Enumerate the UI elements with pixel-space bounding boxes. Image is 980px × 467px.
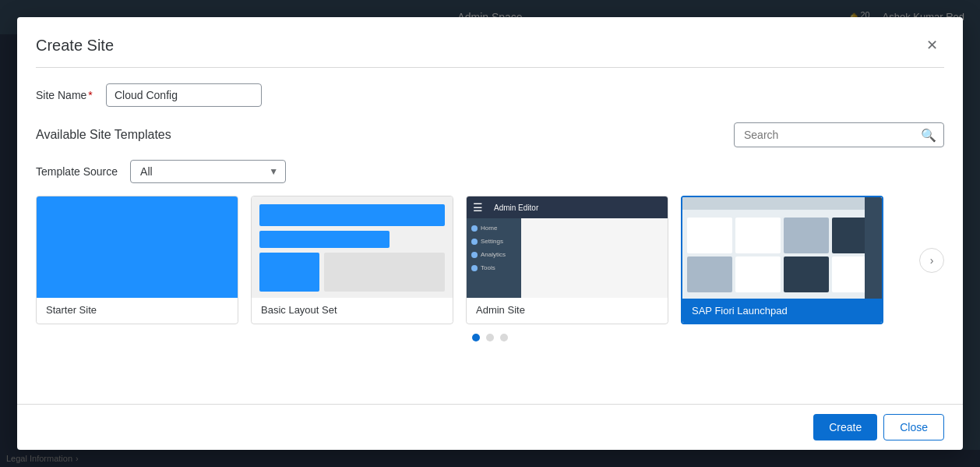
site-name-input[interactable] [106,83,262,107]
basic-col-right [324,253,445,292]
modal-header: Create Site ✕ [17,17,963,58]
basic-card-label: Basic Layout Set [252,298,453,322]
template-card-starter[interactable]: Starter Site [36,196,238,324]
modal-body: Site Name* Available Site Templates 🔍 Te… [17,68,963,404]
basic-row [259,253,445,292]
admin-sidebar: Home Settings Analytics [467,218,521,298]
carousel-dot-2[interactable] [486,334,494,341]
template-card-fiori[interactable]: SAP Fiori Launchpad [681,196,883,324]
close-button[interactable]: Close [883,414,944,440]
chevron-right-icon: › [930,254,934,267]
carousel-dot-1[interactable] [472,334,480,341]
analytics-dot [471,252,478,258]
required-indicator: * [88,89,92,101]
filter-row: Template Source All Standard Custom ▼ [36,160,944,183]
close-icon: ✕ [926,37,938,54]
tools-dot [471,265,478,271]
admin-preview-graphic: ☰ Admin Editor Home [467,196,668,298]
basic-preview-graphic [252,196,453,298]
starter-card-label: Starter Site [37,298,238,322]
carousel-dots [36,334,944,341]
template-card-basic[interactable]: Basic Layout Set [251,196,453,324]
admin-header-bar: ☰ Admin Editor [467,196,668,218]
home-dot [471,225,478,232]
fiori-tile-7 [784,256,829,292]
admin-sidebar-item-settings: Settings [467,235,521,248]
admin-sidebar-item-home: Home [467,221,521,235]
site-name-row: Site Name* [36,83,944,107]
template-source-select-wrapper: All Standard Custom ▼ [130,160,286,183]
admin-sidebar-item-tools: Tools [467,261,521,274]
admin-card-label: Admin Site [467,298,668,322]
section-title: Available Site Templates [36,128,171,142]
fiori-tile-1 [687,218,732,253]
basic-bar1 [259,204,445,226]
fiori-tile-2 [735,218,781,253]
starter-preview [37,196,238,298]
basic-bar2 [259,231,390,248]
fiori-tile-5 [687,256,732,292]
fiori-tile-grid [682,214,882,295]
modal-footer: Create Close [17,404,963,450]
templates-area: Starter Site [36,196,944,324]
basic-preview [252,196,453,298]
carousel-dot-3[interactable] [500,334,508,341]
modal-title: Create Site [36,37,114,55]
settings-dot [471,239,478,245]
starter-preview-graphic [37,196,238,298]
search-container: 🔍 [734,122,944,147]
fiori-tile-3 [784,218,829,253]
fiori-sidebar [865,197,882,299]
create-button[interactable]: Create [813,414,877,440]
fiori-tile-6 [735,256,781,292]
fiori-card-label: SAP Fiori Launchpad [682,299,882,323]
fiori-preview [682,197,882,299]
admin-body: Home Settings Analytics [467,218,668,298]
admin-preview: ☰ Admin Editor Home [467,196,668,298]
templates-section-header: Available Site Templates 🔍 [36,122,944,147]
templates-grid: Starter Site [36,196,910,324]
create-site-modal: Create Site ✕ Site Name* Available Site … [17,17,963,450]
fiori-preview-graphic [682,197,882,299]
admin-sidebar-item-analytics: Analytics [467,248,521,261]
template-source-label: Template Source [36,165,118,178]
search-input[interactable] [734,122,944,147]
carousel-next-button[interactable]: › [919,248,944,273]
basic-col-left [259,253,319,292]
template-card-admin[interactable]: ☰ Admin Editor Home [466,196,668,324]
admin-header-title: Admin Editor [494,203,538,212]
fiori-header [682,197,882,210]
admin-content-area [521,218,668,298]
template-source-select[interactable]: All Standard Custom [130,160,286,183]
site-name-label: Site Name* [36,89,106,101]
close-icon-button[interactable]: ✕ [919,33,944,58]
admin-menu-icon: ☰ [473,201,483,214]
